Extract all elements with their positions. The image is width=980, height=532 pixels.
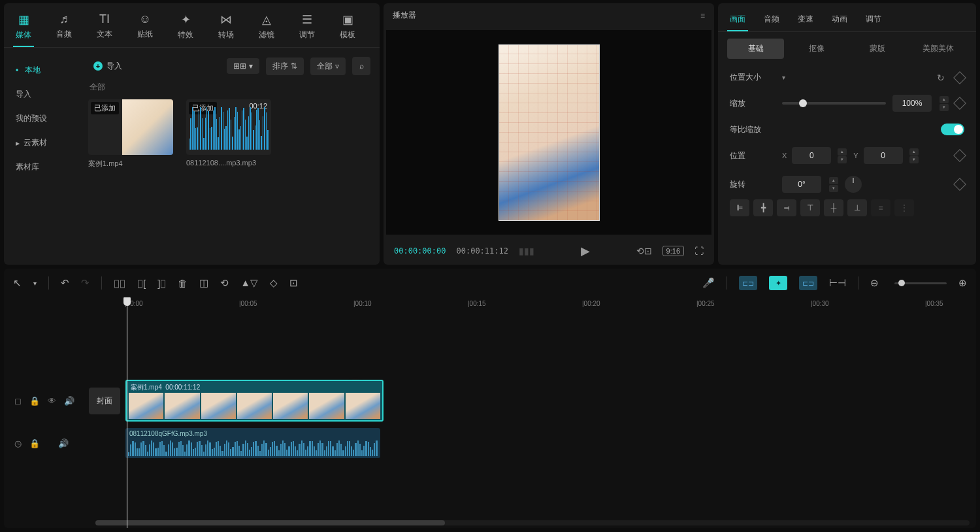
rotation-dial[interactable] [845,176,862,193]
filter-button[interactable]: 全部▿ [310,58,346,75]
eye-icon[interactable]: 👁 [48,396,56,406]
track-clock-icon[interactable]: ◷ [14,439,22,448]
rotate-button[interactable]: ◇ [270,277,278,289]
audio-clip[interactable]: 08112108qGFfG.mp3.mp3 [125,428,380,458]
position-x-value[interactable]: 0 [792,147,831,164]
tab-filter[interactable]: ◬滤镜 [253,8,280,47]
tab-transition[interactable]: ⋈转场 [213,8,239,47]
insp-tab-anim[interactable]: 动画 [829,10,850,31]
tab-adjust[interactable]: ☰调节 [294,8,320,47]
sidebar-item-local[interactable]: 本地 [4,58,79,82]
sidebar-item-library[interactable]: 素材库 [4,155,79,179]
mute-icon[interactable]: 🔊 [58,439,69,448]
uniform-scale-toggle[interactable] [941,124,964,135]
media-thumb-audio[interactable]: 已添加 00:12 08112108....mp3.mp3 [186,99,271,169]
split-left-button[interactable]: ⌷[ [137,278,146,289]
cover-button[interactable]: 封面 [89,388,120,414]
reverse-button[interactable]: ⟲ [220,277,229,289]
aspect-ratio[interactable]: 9:16 [662,246,684,256]
snap-auto-button[interactable]: ✦ [769,276,787,290]
split-button[interactable]: ⌷⌷ [114,278,125,289]
align-vcenter-button[interactable]: ┼ [824,199,843,216]
chevron-down-icon: ▾ [249,61,253,71]
scale-stepper[interactable]: ▴▾ [939,96,949,111]
chevron-down-icon[interactable]: ▾ [782,74,785,81]
sidebar-item-presets[interactable]: 我的预设 [4,107,79,131]
snap-main-button[interactable]: ⊏⊐ [739,276,757,290]
zoom-fit-button[interactable]: ⊕ [958,277,967,289]
align-hcenter-button[interactable]: ╋ [753,199,773,216]
import-button[interactable]: +导入 [88,58,127,75]
ruler[interactable]: |00:00|00:05|00:10|00:15|00:20|00:25|00:… [125,297,976,312]
clip-label: 案例1.mp4 00:00:11:12 [131,383,200,392]
scale-slider[interactable] [782,102,886,105]
compare-icon[interactable]: ▮▮▮ [519,246,534,256]
zoom-slider[interactable] [894,282,947,284]
position-y-value[interactable]: 0 [864,147,903,164]
undo-button[interactable]: ↶ [61,277,69,289]
snap-link-button[interactable]: ⊏⊐ [799,276,817,290]
rotation-value[interactable]: 0° [782,176,821,193]
mute-icon[interactable]: 🔊 [64,396,74,406]
keyframe-icon[interactable] [953,97,966,110]
sort-label: 排序 [272,61,288,72]
subtab-basic[interactable]: 基础 [727,39,784,59]
subtab-mask[interactable]: 蒙版 [849,39,906,59]
mirror-button[interactable]: ▲▽ [240,277,258,289]
crop-frame-button[interactable]: ◫ [199,277,208,289]
keyframe-icon[interactable] [953,149,966,162]
tab-audio[interactable]: ♬音频 [51,8,77,47]
import-label: 导入 [106,61,122,72]
split-right-button[interactable]: ]⌷ [157,278,166,289]
fullscreen-icon[interactable]: ⛶ [694,246,704,256]
delete-button[interactable]: 🗑 [178,278,188,289]
media-thumb-video[interactable]: 已添加 00:13 案例1.mp4 [88,99,173,169]
lock-icon[interactable]: 🔒 [29,439,40,448]
top-tabs: ▦媒体 ♬音频 TI文本 ☺贴纸 ✦特效 ⋈转场 ◬滤镜 ☰调节 ▣模板 [4,3,380,48]
insp-tab-speed[interactable]: 变速 [795,10,816,31]
align-left-button[interactable]: ⊫ [730,199,749,216]
reset-icon[interactable]: ↻ [937,73,945,83]
tab-sticker[interactable]: ☺贴纸 [132,8,158,47]
player-menu-icon[interactable]: ≡ [700,11,705,20]
insp-tab-audio[interactable]: 音频 [761,10,782,31]
mic-button[interactable]: 🎤 [702,277,715,289]
sidebar-item-cloud[interactable]: ▸云素材 [4,131,79,155]
play-button[interactable]: ▶ [581,244,590,258]
preview-cut-button[interactable]: ⊢⊣ [829,277,846,289]
keyframe-icon[interactable] [953,178,966,191]
sort-button[interactable]: 排序⇅ [266,58,304,75]
timeline-scrollbar[interactable] [95,520,970,525]
snapshot-icon[interactable]: ⟲⊡ [636,246,652,256]
player-stage[interactable] [386,30,711,235]
align-bottom-button[interactable]: ⊥ [847,199,867,216]
sidebar-item-import[interactable]: 导入 [4,82,79,107]
tab-effect[interactable]: ✦特效 [172,8,199,47]
scale-value[interactable]: 100% [892,95,932,112]
zoom-out-button[interactable]: ⊖ [870,277,879,289]
view-mode-button[interactable]: ⊞⊞▾ [227,58,259,74]
tab-text[interactable]: TI文本 [91,8,118,47]
crop-button[interactable]: ⊡ [289,277,298,289]
search-button[interactable]: ⌕ [352,57,370,75]
lock-icon[interactable]: 🔒 [29,396,40,406]
align-top-button[interactable]: ⊤ [800,199,820,216]
playhead[interactable] [127,297,127,528]
section-position-size: 位置大小 [730,72,776,83]
insp-tab-canvas[interactable]: 画面 [727,10,748,31]
rotation-stepper[interactable]: ▴▾ [829,177,838,192]
y-stepper[interactable]: ▴▾ [909,148,919,163]
distribute-h-button: ≡ [871,199,890,216]
insp-tab-adjust[interactable]: 调节 [863,10,884,31]
subtab-cutout[interactable]: 抠像 [788,39,845,59]
align-right-button[interactable]: ⫤ [777,199,796,216]
video-clip[interactable]: 案例1.mp4 00:00:11:12 [125,380,384,422]
tab-media[interactable]: ▦媒体 [10,8,37,47]
select-tool[interactable]: ↖ [13,277,22,289]
subtab-beauty[interactable]: 美颜美体 [910,39,967,59]
x-stepper[interactable]: ▴▾ [838,148,847,163]
select-dropdown[interactable]: ▾ [33,280,37,287]
keyframe-icon[interactable] [953,71,966,84]
track-toggle-icon[interactable]: ◻ [14,396,22,406]
tab-template[interactable]: ▣模板 [335,8,361,47]
